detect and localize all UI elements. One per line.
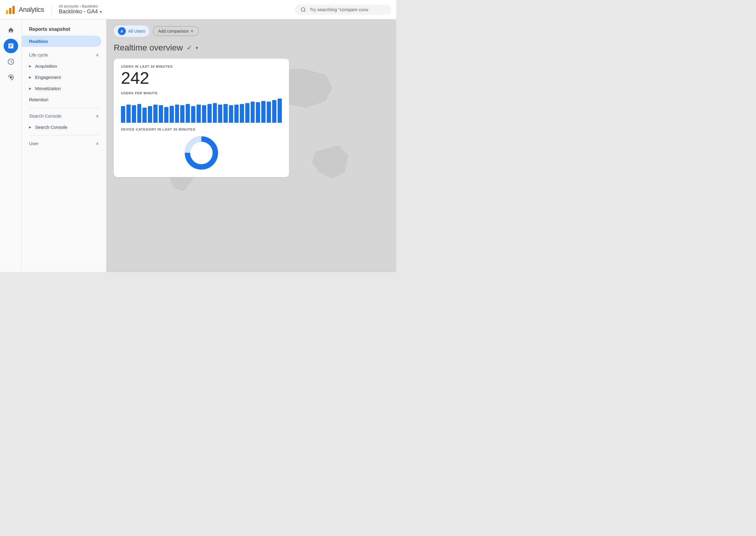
nav-icon-reports[interactable] [4, 39, 18, 53]
users-count: 242 [121, 70, 282, 86]
sidebar-item-monetization[interactable]: ▶ Monetization [22, 83, 106, 94]
search-console-bullet: ▶ [29, 125, 31, 129]
bar-chart-bar [121, 106, 125, 123]
retention-label: Retention [29, 97, 49, 102]
svg-point-3 [301, 8, 305, 11]
backlinko-link[interactable]: Backlinko [82, 4, 97, 9]
content-overlay: A All Users Add comparison + Realtime ov… [106, 19, 396, 183]
bar-chart-bar [202, 105, 206, 123]
bar-chart-bar [186, 104, 190, 123]
breadcrumb-main: Backlinko - GA4 ▾ [59, 9, 102, 15]
monetization-bullet: ▶ [29, 87, 31, 90]
sidebar-reports-snapshot[interactable]: Reports snapshot [22, 24, 106, 36]
nav-icon-advertising[interactable] [4, 70, 18, 84]
users-per-minute-label: USERS PER MINUTE [121, 91, 282, 95]
bar-chart-bar [132, 105, 136, 123]
bar-chart-bar [180, 105, 185, 123]
engagement-bullet: ▶ [29, 76, 31, 79]
nav-icon-home[interactable] [4, 23, 18, 38]
device-donut-chart [183, 135, 220, 171]
sidebar-user-group: User ∧ [22, 138, 106, 149]
svg-point-9 [190, 142, 213, 164]
bar-chart-bar [256, 102, 260, 123]
search-console-sub-label: Search Console [35, 124, 67, 130]
bar-chart-bar [175, 105, 179, 123]
sidebar-item-realtime[interactable]: Realtime [22, 36, 101, 47]
all-accounts-link[interactable]: All accounts [59, 4, 79, 9]
device-category-label: DEVICE CATEGORY IN LAST 30 MINUTES [121, 128, 282, 131]
bar-chart-bar [207, 104, 212, 123]
user-collapse-icon: ∧ [96, 141, 99, 146]
search-area[interactable]: Try searching "compare conv [294, 5, 391, 15]
bar-chart-bar [142, 108, 147, 123]
search-console-collapse-icon: ∧ [96, 114, 99, 118]
sidebar-item-acquisition[interactable]: ▶ Acquisition [22, 60, 106, 72]
acquisition-bullet: ▶ [29, 64, 31, 68]
verified-icon: ✓ [187, 44, 192, 52]
sidebar-divider-1 [29, 108, 99, 108]
bar-chart-bar [126, 105, 131, 123]
top-header: Analytics All accounts › Backlinko Backl… [0, 0, 396, 19]
sidebar-search-console-header[interactable]: Search Console ∧ [22, 110, 106, 121]
breadcrumb-area: All accounts › Backlinko Backlinko - GA4… [59, 4, 102, 15]
engagement-label: Engagement [35, 75, 61, 80]
nav-icon-explore[interactable] [4, 54, 18, 69]
stats-card: USERS IN LAST 30 MINUTES 242 USERS PER M… [114, 59, 289, 177]
header-divider [52, 4, 52, 15]
logo-area: Analytics [5, 4, 44, 15]
svg-rect-1 [9, 8, 11, 14]
bar-chart-bar [159, 105, 163, 123]
add-comparison-button[interactable]: Add comparison + [153, 26, 199, 36]
bar-chart-bar [137, 104, 142, 123]
bar-chart-bar [245, 103, 250, 123]
acquisition-label: Acquisition [35, 63, 57, 69]
breadcrumb-chevron: › [80, 4, 81, 9]
add-comparison-plus-icon: + [190, 28, 193, 34]
section-title-row: Realtime overview ✓ ▾ [114, 43, 389, 52]
bar-chart-bar [240, 104, 244, 123]
search-icon [301, 7, 306, 13]
analytics-logo-icon [5, 4, 16, 15]
bar-chart-bar [223, 104, 228, 123]
breadcrumb-top: All accounts › Backlinko [59, 4, 102, 9]
svg-rect-0 [6, 10, 8, 14]
users-per-minute-chart [121, 99, 282, 123]
sidebar-item-engagement[interactable]: ▶ Engagement [22, 72, 106, 83]
bar-chart-bar [234, 105, 239, 123]
avatar: A [118, 27, 126, 35]
main-layout: Reports snapshot Realtime Life cycle ∧ ▶… [0, 19, 396, 272]
realtime-overview-title: Realtime overview [114, 43, 183, 52]
top-controls: A All Users Add comparison + [114, 25, 389, 37]
bar-chart-bar [148, 106, 152, 123]
sidebar: Reports snapshot Realtime Life cycle ∧ ▶… [22, 19, 106, 272]
bar-chart-bar [261, 101, 265, 123]
bar-chart-bar [229, 105, 233, 123]
app-title: Analytics [19, 6, 44, 14]
sidebar-item-retention[interactable]: Retention [22, 94, 106, 105]
search-placeholder: Try searching "compare conv [310, 7, 368, 12]
sidebar-user-header[interactable]: User ∧ [22, 138, 106, 149]
svg-rect-2 [13, 6, 15, 14]
sidebar-lifecycle-title: Life cycle [29, 52, 48, 57]
bar-chart-bar [213, 103, 217, 123]
bar-chart-bar [164, 107, 168, 123]
svg-line-4 [304, 11, 305, 12]
bar-chart-bar [191, 106, 195, 123]
property-name[interactable]: Backlinko - GA4 [59, 9, 98, 15]
property-dropdown-arrow: ▾ [100, 9, 102, 14]
users-last-30-label: USERS IN LAST 30 MINUTES [121, 65, 282, 68]
lifecycle-collapse-icon: ∧ [96, 52, 99, 57]
donut-chart-container [121, 135, 282, 171]
bar-chart-bar [196, 105, 201, 123]
sidebar-user-title: User [29, 141, 39, 146]
sidebar-search-console-title: Search Console [29, 113, 61, 118]
nav-icons [0, 19, 22, 272]
bar-chart-bar [251, 102, 255, 123]
all-users-badge[interactable]: A All Users [114, 25, 150, 37]
sidebar-lifecycle-group: Life cycle ∧ ▶ Acquisition ▶ Engagement … [22, 49, 106, 105]
section-dropdown-icon[interactable]: ▾ [196, 45, 198, 51]
sidebar-item-search-console[interactable]: ▶ Search Console [22, 121, 106, 133]
monetization-label: Monetization [35, 86, 61, 91]
sidebar-divider-2 [29, 135, 99, 135]
sidebar-lifecycle-header[interactable]: Life cycle ∧ [22, 49, 106, 60]
